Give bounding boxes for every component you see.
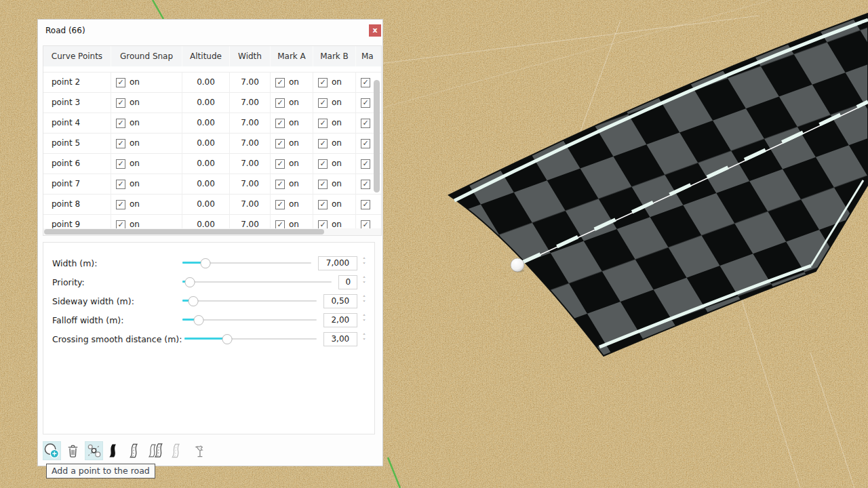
spinner[interactable]: ˄˅: [359, 315, 369, 325]
slider-track[interactable]: [182, 275, 332, 289]
table-row[interactable]: point 5✓on0.007.00✓on✓on✓: [43, 134, 381, 154]
table-row[interactable]: point 2✓on0.007.00✓on✓on✓: [43, 73, 381, 93]
road-solid-button[interactable]: [106, 441, 124, 460]
checkbox[interactable]: ✓: [361, 139, 370, 148]
value-input[interactable]: 3,00: [323, 332, 357, 346]
checkbox[interactable]: ✓: [318, 139, 328, 148]
value-input[interactable]: 7,000: [318, 256, 357, 270]
checkbox[interactable]: ✓: [318, 98, 328, 108]
add-point-button[interactable]: [43, 441, 61, 460]
delete-point-button[interactable]: [64, 441, 82, 460]
slider-track[interactable]: [184, 332, 316, 346]
table-header: Curve PointsGround SnapAltitudeWidthMark…: [43, 46, 381, 66]
checkbox[interactable]: ✓: [275, 159, 285, 169]
altitude-value: 0.00: [182, 113, 230, 133]
cell: ✓on: [271, 154, 313, 174]
spinner[interactable]: ˄˅: [359, 334, 369, 344]
checkbox[interactable]: ✓: [116, 78, 125, 87]
cell: ✓on: [111, 174, 182, 194]
table-row[interactable]: point 6✓on0.007.00✓on✓on✓: [43, 154, 381, 174]
checkbox[interactable]: ✓: [275, 200, 285, 209]
road-solid-icon: [106, 442, 123, 460]
slider-thumb[interactable]: [222, 334, 232, 344]
handle-sphere[interactable]: [511, 258, 524, 272]
vertical-scrollbar-thumb[interactable]: [374, 80, 380, 192]
slider-thumb[interactable]: [193, 315, 203, 325]
checkbox-label: on: [130, 195, 140, 214]
slider-row: Width (m):7,000˄˅: [43, 253, 374, 272]
slider-thumb[interactable]: [188, 296, 198, 306]
spin-down-icon[interactable]: ˅: [363, 301, 366, 306]
value-input[interactable]: 2,00: [323, 313, 357, 327]
spin-down-icon[interactable]: ˅: [363, 339, 366, 344]
altitude-value: 0.00: [182, 195, 230, 214]
spin-down-icon[interactable]: ˅: [363, 320, 366, 325]
checkbox[interactable]: ✓: [116, 119, 125, 128]
cell: ✓on: [313, 174, 356, 194]
point-name: point 8: [43, 195, 111, 214]
checkbox[interactable]: ✓: [275, 119, 285, 128]
spinner[interactable]: ˄˅: [359, 277, 369, 287]
slider-track[interactable]: [182, 294, 317, 308]
road-outline-button[interactable]: [127, 441, 145, 460]
checkbox[interactable]: ✓: [275, 78, 285, 87]
checkbox[interactable]: ✓: [116, 200, 125, 209]
slider-thumb[interactable]: [185, 277, 195, 287]
slider-thumb[interactable]: [201, 258, 211, 268]
checkbox[interactable]: ✓: [318, 200, 328, 209]
checkbox-label: on: [289, 93, 299, 113]
road-faded-button[interactable]: [169, 441, 187, 460]
close-button[interactable]: x: [369, 24, 381, 37]
checkbox[interactable]: ✓: [275, 139, 285, 148]
table-row[interactable]: point 4✓on0.007.00✓on✓on✓: [43, 113, 381, 134]
cell: ✓on: [313, 195, 356, 214]
checkbox[interactable]: ✓: [361, 78, 370, 87]
road-multi-button[interactable]: [148, 441, 166, 460]
checkbox[interactable]: ✓: [116, 98, 125, 108]
slider-row: Falloff width (m):2,00˄˅: [43, 310, 374, 329]
cell: ✓on: [313, 134, 356, 153]
checkbox[interactable]: ✓: [116, 139, 125, 148]
road-dialog: Road (66) x Curve PointsGround SnapAltit…: [37, 19, 383, 466]
slider-row: Priority:0˄˅: [43, 272, 374, 291]
checkbox[interactable]: ✓: [361, 119, 370, 128]
checkbox[interactable]: ✓: [318, 159, 328, 169]
slider-fill: [184, 338, 226, 340]
checkbox[interactable]: ✓: [361, 180, 370, 189]
table-row[interactable]: point 3✓on0.007.00✓on✓on✓: [43, 93, 381, 113]
checkbox[interactable]: ✓: [318, 78, 328, 87]
checkbox[interactable]: ✓: [275, 180, 285, 189]
spin-down-icon[interactable]: ˅: [363, 282, 366, 287]
horizontal-scrollbar[interactable]: [43, 228, 381, 235]
road-sign-button[interactable]: [190, 441, 208, 460]
slider-track[interactable]: [182, 313, 317, 327]
checkbox[interactable]: ✓: [361, 159, 370, 169]
altitude-value: 0.00: [182, 73, 230, 92]
checkbox[interactable]: ✓: [361, 98, 370, 108]
cell: ✓on: [271, 195, 313, 214]
slider-line: [182, 300, 317, 302]
table-row[interactable]: point 8✓on0.007.00✓on✓on✓: [43, 195, 381, 215]
checkbox[interactable]: ✓: [318, 119, 328, 128]
checkbox[interactable]: ✓: [116, 159, 125, 169]
checkbox-label: on: [332, 154, 342, 174]
spinner[interactable]: ˄˅: [359, 296, 369, 306]
checkbox[interactable]: ✓: [275, 98, 285, 108]
value-input[interactable]: 0,50: [323, 294, 357, 308]
checkbox-label: on: [289, 154, 299, 174]
horizontal-scrollbar-thumb[interactable]: [44, 229, 324, 235]
table-row[interactable]: point 7✓on0.007.00✓on✓on✓: [43, 174, 381, 195]
column-header: Ma: [356, 46, 374, 66]
value-input[interactable]: 0: [338, 275, 357, 289]
checkbox[interactable]: ✓: [116, 180, 125, 189]
curve-points-button[interactable]: [85, 441, 103, 460]
slider-track[interactable]: [182, 256, 311, 270]
width-value: 7.00: [230, 174, 271, 194]
spinner[interactable]: ˄˅: [359, 258, 369, 268]
checkbox-label: on: [130, 113, 140, 133]
checkbox[interactable]: ✓: [361, 200, 370, 209]
cell: ✓on: [271, 134, 313, 153]
cell: ✓on: [313, 73, 356, 92]
spin-down-icon[interactable]: ˅: [363, 263, 366, 268]
checkbox[interactable]: ✓: [318, 180, 328, 189]
